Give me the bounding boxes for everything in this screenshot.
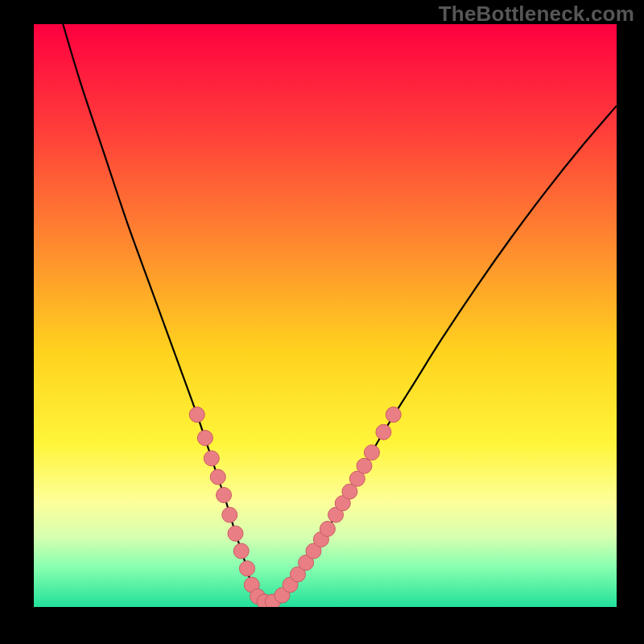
curve-point-dot: [376, 424, 391, 440]
bottleneck-chart: [0, 0, 644, 644]
curve-point-dot: [197, 431, 213, 446]
curve-point-dot: [386, 407, 401, 423]
curve-point-dot: [217, 487, 232, 502]
curve-point-dot: [222, 507, 237, 522]
curve-point-dot: [364, 445, 379, 460]
curve-point-dot: [189, 407, 204, 423]
curve-point-dot: [320, 521, 335, 536]
curve-point-dot: [357, 458, 372, 473]
chart-background: [34, 24, 617, 607]
curve-point-dot: [228, 526, 243, 541]
curve-point-dot: [210, 469, 225, 485]
watermark-text: TheBottleneck.com: [439, 2, 634, 27]
curve-point-dot: [204, 451, 219, 466]
curve-point-dot: [233, 543, 249, 559]
curve-point-dot: [239, 561, 254, 576]
chart-frame: TheBottleneck.com: [0, 0, 644, 644]
